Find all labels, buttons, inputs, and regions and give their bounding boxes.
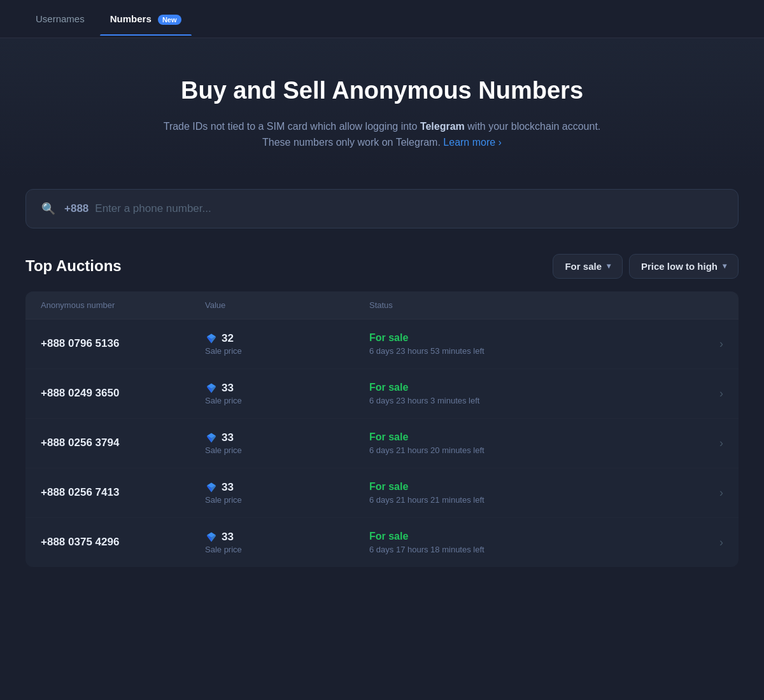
value-cell: 32 Sale price <box>205 332 369 356</box>
value-amount: 32 <box>205 332 369 345</box>
phone-search-input[interactable] <box>95 202 723 215</box>
hero-section: Buy and Sell Anonymous Numbers Trade IDs… <box>0 38 764 176</box>
row-chevron-icon: › <box>698 387 723 400</box>
auctions-table: Anonymous number Value Status +888 0796 … <box>25 291 739 567</box>
search-icon: 🔍 <box>41 202 55 216</box>
status-badge: For sale <box>369 531 698 542</box>
status-cell: For sale 6 days 23 hours 53 minutes left <box>369 332 698 356</box>
table-row[interactable]: +888 0375 4296 33 Sale price <box>25 518 739 567</box>
auctions-header: Top Auctions For sale ▾ Price low to hig… <box>25 254 739 279</box>
value-amount: 33 <box>205 481 369 494</box>
status-badge: For sale <box>369 332 698 344</box>
status-timer: 6 days 21 hours 21 minutes left <box>369 495 698 505</box>
value-label: Sale price <box>205 495 369 505</box>
status-cell: For sale 6 days 21 hours 20 minutes left <box>369 431 698 455</box>
auctions-title: Top Auctions <box>25 257 122 275</box>
ton-icon <box>205 431 218 444</box>
column-header-status: Status <box>369 300 698 310</box>
value-label: Sale price <box>205 396 369 405</box>
chevron-down-icon: ▾ <box>607 262 611 270</box>
status-timer: 6 days 23 hours 3 minutes left <box>369 396 698 405</box>
filter-buttons: For sale ▾ Price low to high ▾ <box>553 254 739 279</box>
tab-numbers[interactable]: Numbers New <box>100 2 192 36</box>
number-cell: +888 0375 4296 <box>41 536 205 549</box>
number-cell: +888 0256 3794 <box>41 437 205 449</box>
column-header-value: Value <box>205 300 369 310</box>
ton-icon <box>205 332 218 345</box>
value-cell: 33 Sale price <box>205 531 369 554</box>
new-badge: New <box>158 15 181 25</box>
filter-sort-label: Price low to high <box>641 261 718 272</box>
table-row[interactable]: +888 0796 5136 32 Sale price <box>25 319 739 369</box>
column-header-number: Anonymous number <box>41 300 205 310</box>
row-chevron-icon: › <box>698 437 723 450</box>
filter-sale-button[interactable]: For sale ▾ <box>553 254 623 279</box>
value-label: Sale price <box>205 346 369 356</box>
status-timer: 6 days 21 hours 20 minutes left <box>369 445 698 455</box>
auctions-section: Top Auctions For sale ▾ Price low to hig… <box>0 248 764 573</box>
table-header: Anonymous number Value Status <box>25 291 739 319</box>
value-amount: 33 <box>205 382 369 395</box>
ton-icon <box>205 531 218 543</box>
top-navigation: Usernames Numbers New <box>0 0 764 38</box>
column-header-action <box>698 300 723 310</box>
ton-icon <box>205 382 218 395</box>
filter-sort-button[interactable]: Price low to high ▾ <box>629 254 739 279</box>
value-cell: 33 Sale price <box>205 382 369 405</box>
number-cell: +888 0249 3650 <box>41 387 205 400</box>
status-cell: For sale 6 days 23 hours 3 minutes left <box>369 382 698 405</box>
learn-more-link[interactable]: Learn more › <box>443 137 502 148</box>
table-body: +888 0796 5136 32 Sale price <box>25 319 739 567</box>
table-row[interactable]: +888 0256 3794 33 Sale price <box>25 419 739 468</box>
tab-usernames[interactable]: Usernames <box>25 2 95 36</box>
search-section: 🔍 +888 <box>0 176 764 248</box>
value-label: Sale price <box>205 545 369 554</box>
table-row[interactable]: +888 0249 3650 33 Sale price <box>25 369 739 419</box>
value-label: Sale price <box>205 445 369 455</box>
status-timer: 6 days 23 hours 53 minutes left <box>369 346 698 356</box>
number-cell: +888 0256 7413 <box>41 486 205 499</box>
status-badge: For sale <box>369 481 698 493</box>
hero-subtitle: Trade IDs not tied to a SIM card which a… <box>159 118 605 151</box>
row-chevron-icon: › <box>698 486 723 500</box>
chevron-down-icon: ▾ <box>723 262 726 270</box>
value-cell: 33 Sale price <box>205 431 369 455</box>
value-amount: 33 <box>205 431 369 444</box>
search-bar: 🔍 +888 <box>25 189 739 228</box>
row-chevron-icon: › <box>698 337 723 351</box>
row-chevron-icon: › <box>698 536 723 549</box>
search-prefix: +888 <box>64 202 88 215</box>
status-cell: For sale 6 days 17 hours 18 minutes left <box>369 531 698 554</box>
filter-sale-label: For sale <box>565 261 602 272</box>
status-badge: For sale <box>369 382 698 393</box>
table-row[interactable]: +888 0256 7413 33 Sale price <box>25 468 739 518</box>
value-cell: 33 Sale price <box>205 481 369 505</box>
value-amount: 33 <box>205 531 369 543</box>
ton-icon <box>205 481 218 494</box>
number-cell: +888 0796 5136 <box>41 337 205 350</box>
status-timer: 6 days 17 hours 18 minutes left <box>369 545 698 554</box>
hero-title: Buy and Sell Anonymous Numbers <box>25 76 739 106</box>
status-badge: For sale <box>369 431 698 443</box>
status-cell: For sale 6 days 21 hours 21 minutes left <box>369 481 698 505</box>
